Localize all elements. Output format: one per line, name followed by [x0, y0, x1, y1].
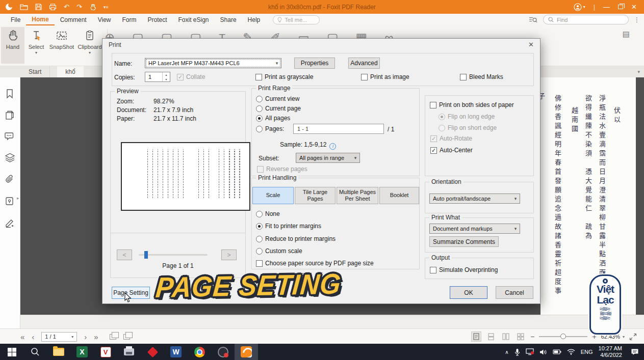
- preview-prev-button[interactable]: <: [117, 250, 132, 260]
- menu-view[interactable]: View: [92, 14, 117, 25]
- zoom-slider-thumb[interactable]: [560, 334, 566, 339]
- menu-comment[interactable]: Comment: [55, 14, 92, 25]
- menu-form[interactable]: Form: [117, 14, 142, 25]
- menu-foxit-esign[interactable]: Foxit eSign: [173, 14, 215, 25]
- security-icon[interactable]: [5, 196, 14, 206]
- tell-me-box[interactable]: Tell me...: [273, 15, 320, 24]
- scale-none-radio[interactable]: None: [256, 210, 280, 217]
- current-view-radio[interactable]: Current view: [256, 95, 299, 102]
- both-sides-checkbox[interactable]: Print on both sides of paper: [430, 101, 514, 108]
- fit-margins-radio[interactable]: Fit to printer margins: [256, 223, 321, 230]
- hand-quicktool-icon[interactable]: [89, 4, 96, 11]
- edit-object-icon[interactable]: ▢: [190, 26, 201, 38]
- auto-center-checkbox[interactable]: Auto-Center: [430, 147, 473, 154]
- find-input[interactable]: Find: [543, 15, 629, 24]
- menu-help[interactable]: Help: [242, 14, 266, 25]
- signature-icon[interactable]: [5, 218, 15, 228]
- info-icon[interactable]: i: [329, 143, 336, 150]
- handling-tab-booklet[interactable]: Booklet: [379, 187, 419, 204]
- all-pages-radio[interactable]: All pages: [256, 115, 290, 122]
- print-icon[interactable]: [49, 4, 57, 10]
- battery-icon[interactable]: [553, 349, 561, 354]
- open-file-icon[interactable]: [20, 4, 28, 10]
- tool-select[interactable]: Select ▾: [24, 27, 48, 54]
- collate-checkbox[interactable]: Collate: [177, 73, 205, 80]
- taskbar-foxit[interactable]: [235, 344, 258, 360]
- handling-tab-scale[interactable]: Scale: [252, 187, 294, 204]
- copies-stepper[interactable]: 1 ▴▾: [145, 72, 170, 82]
- layers-icon[interactable]: [5, 153, 15, 162]
- chevron-down-icon[interactable]: ▾: [89, 52, 91, 54]
- printer-name-combo[interactable]: HP LaserJet MFP M437-M443 PCL6 ▾: [145, 58, 281, 68]
- account-caret-icon[interactable]: ▾: [583, 5, 585, 9]
- zoom-in-icon[interactable]: ⊕: [105, 26, 115, 38]
- tab-list-chevron-icon[interactable]: ▾: [637, 69, 640, 74]
- auto-rotate-checkbox[interactable]: Auto-Rotate: [430, 135, 472, 142]
- stamp-icon[interactable]: ▢: [327, 26, 339, 38]
- pages-icon[interactable]: [5, 110, 15, 120]
- language-indicator[interactable]: ENG: [581, 349, 593, 355]
- taskbar-search[interactable]: [23, 344, 47, 360]
- bleed-marks-checkbox[interactable]: Bleed Marks: [460, 73, 503, 80]
- start-button[interactable]: [0, 344, 23, 360]
- taskbar-word[interactable]: W: [164, 344, 188, 360]
- save-icon[interactable]: [35, 4, 42, 10]
- more-options-icon[interactable]: ⋮: [634, 16, 640, 23]
- panel-toggle-icon[interactable]: ▤: [623, 30, 630, 39]
- pen-icon[interactable]: ✐: [270, 26, 280, 38]
- facing-layout-icon[interactable]: [501, 331, 511, 342]
- tool-hand[interactable]: Hand: [1, 27, 24, 64]
- preview-slider-thumb[interactable]: [144, 251, 148, 259]
- next-view-icon[interactable]: [123, 334, 130, 340]
- restore-button[interactable]: [618, 5, 623, 9]
- stepper-up-icon[interactable]: ▴: [163, 72, 170, 77]
- tab-start[interactable]: Start: [20, 66, 50, 77]
- zoom-out-icon[interactable]: −: [530, 333, 534, 341]
- summarize-comments-button[interactable]: Summarize Comments: [429, 236, 499, 247]
- orientation-combo[interactable]: Auto portrait/landscape ▾: [429, 193, 520, 204]
- notification-center-icon[interactable]: [631, 348, 639, 355]
- subset-combo[interactable]: All pages in range ▾: [296, 153, 360, 163]
- taskbar-chrome[interactable]: [188, 344, 211, 360]
- highlight-icon[interactable]: ✎: [243, 26, 253, 38]
- customize-toolbar-icon[interactable]: ▾≡: [104, 5, 109, 10]
- preview-page-slider[interactable]: [139, 254, 208, 256]
- flip-short-radio[interactable]: Flip on short edge: [439, 124, 497, 131]
- continuous-facing-layout-icon[interactable]: [516, 331, 526, 342]
- paper-source-checkbox[interactable]: Choose paper source by PDF page size: [256, 260, 374, 267]
- minimize-button[interactable]: —: [603, 3, 610, 11]
- current-page-radio[interactable]: Current page: [256, 105, 301, 112]
- custom-scale-radio[interactable]: Custom scale: [256, 247, 302, 255]
- handling-tab-tile[interactable]: Tile Large Pages: [295, 187, 336, 204]
- menu-file[interactable]: File: [5, 14, 26, 25]
- preview-next-button[interactable]: >: [221, 250, 237, 260]
- advanced-button[interactable]: Advanced: [348, 58, 380, 69]
- dialog-close-icon[interactable]: ✕: [528, 41, 534, 48]
- undo-icon[interactable]: ↶: [64, 3, 69, 11]
- zoom-slider[interactable]: [539, 336, 587, 337]
- tool-clipboard[interactable]: Clipboard ▾: [75, 27, 104, 54]
- microphone-icon[interactable]: [514, 348, 520, 356]
- simulate-overprinting-checkbox[interactable]: Simulate Overprinting: [430, 266, 498, 273]
- flip-long-radio[interactable]: Flip on long edge: [439, 113, 495, 120]
- bookmark-icon[interactable]: [5, 89, 15, 99]
- previous-view-icon[interactable]: [110, 334, 116, 340]
- last-page-icon[interactable]: »: [94, 333, 98, 341]
- properties-button[interactable]: Properties: [294, 58, 335, 69]
- tool-snapshot[interactable]: SnapShot: [48, 27, 75, 50]
- horizontal-scrollbar[interactable]: [20, 315, 644, 328]
- clock[interactable]: 10:27 AM 4/6/2022: [599, 345, 622, 358]
- page-icon[interactable]: ▢: [132, 26, 144, 38]
- close-button[interactable]: ✕: [631, 3, 637, 11]
- taskbar-diamond-app[interactable]: [141, 344, 164, 360]
- taskbar-explorer[interactable]: [47, 344, 70, 360]
- page-indicator-box[interactable]: 1 / 1 ▾: [41, 332, 77, 342]
- tray-expand-icon[interactable]: ∧: [505, 349, 508, 355]
- single-page-layout-icon[interactable]: [471, 331, 481, 342]
- people-icon[interactable]: ∞: [384, 26, 393, 38]
- image-annot-icon[interactable]: ▦: [356, 26, 368, 38]
- reverse-pages-checkbox[interactable]: Reverse pages: [257, 165, 307, 173]
- comments-icon[interactable]: [5, 131, 15, 141]
- sidebar-expand-icon[interactable]: ▸: [17, 196, 19, 201]
- cancel-button[interactable]: Cancel: [496, 286, 533, 299]
